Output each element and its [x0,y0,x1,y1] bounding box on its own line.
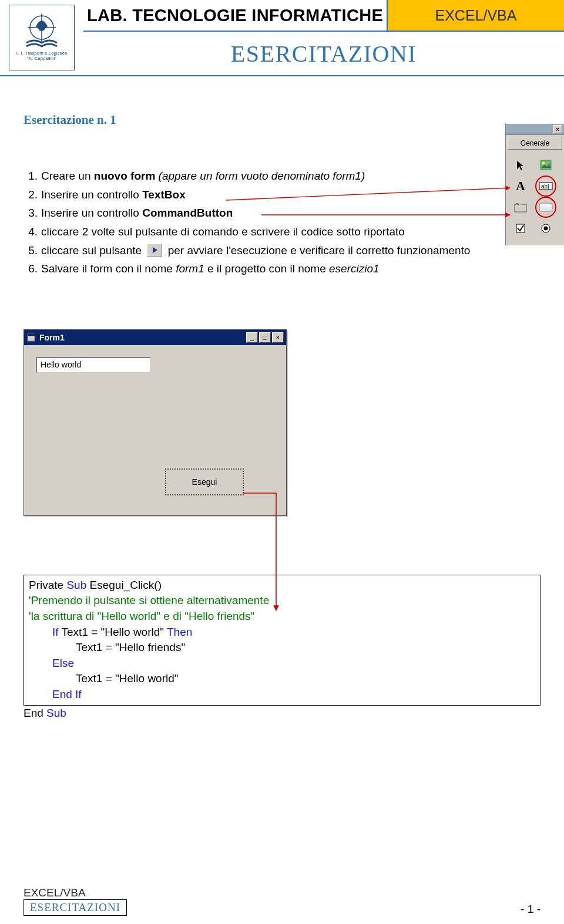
text-italic: form1 [176,262,204,275]
toolbox-titlebar: × [506,123,564,135]
document-footer: EXCEL/VBA ESERCITAZIONI - 1 - [24,886,540,916]
step-list: 1. Creare un nuovo form (appare un form … [24,168,540,276]
minimize-button[interactable]: _ [246,332,258,343]
code-keyword: Else [29,656,535,672]
text: e il progetto con il nome [204,262,329,275]
textbox-text1[interactable]: Hello world [36,357,151,373]
logo-caption-1: I. T. Trasporti e Logistica [16,50,68,56]
code-text: Private [29,579,66,591]
checkbox-tool-icon[interactable] [512,220,529,237]
exercise-heading: Esercitazione n. 1 [24,113,540,127]
text-italic: esercizio1 [329,262,380,275]
step-number: 1. [24,168,41,184]
code-line: Text1 = "Hello world" [29,671,535,687]
text: Salvare il form con il nome [41,262,176,275]
toolbox-panel: × Generale A ab| xv [505,123,564,245]
document-title: LAB. TECNOLOGIE INFORMATICHE [83,0,387,32]
school-logo: I. T. Trasporti e Logistica "A. Cappelli… [9,5,75,70]
code-text: End [24,707,46,719]
form-screenshot: Form1 _ □ × Hello world Esegui [24,329,540,516]
form-icon [26,333,36,342]
run-icon [147,244,162,257]
code-keyword: End If [29,687,535,703]
step-3: 3. Inserire un controllo CommandButton [24,205,540,221]
text-bold: CommandButton [142,207,233,219]
code-comment: 'la scrittura di "Hello world" e di "Hel… [29,609,535,625]
text: Inserire un controllo [41,188,142,201]
step-number: 4. [24,224,41,240]
footer-subtitle: ESERCITAZIONI [24,899,127,916]
esegui-button[interactable]: Esegui [165,468,244,495]
picturebox-tool-icon[interactable] [537,156,555,174]
maximize-button[interactable]: □ [259,332,271,343]
step-number: 2. [24,187,41,203]
document-header: I. T. Trasporti e Logistica "A. Cappelli… [0,0,564,76]
pointer-tool-icon[interactable] [512,156,529,174]
step-4: 4. cliccare 2 volte sul pulsante di coma… [24,224,540,240]
step-text: Creare un nuovo form (appare un form vuo… [41,168,540,184]
code-line: If Text1 = "Hello world" Then [29,625,535,640]
code-keyword: Sub [66,579,86,591]
step-1: 1. Creare un nuovo form (appare un form … [24,168,540,184]
step-text: Inserire un controllo CommandButton [41,205,540,221]
code-comment: 'Premendo il pulsante si ottiene alterna… [29,593,535,609]
text-bold: nuovo form [94,170,156,182]
vb-form-body: Hello world Esegui [24,345,286,515]
step-6: 6. Salvare il form con il nome form1 e i… [24,261,540,276]
topic-badge: EXCEL/VBA [387,0,564,32]
text: per avviare l'esecuzione e verificare il… [164,244,470,257]
logo-cell: I. T. Trasporti e Logistica "A. Cappelli… [0,0,83,75]
svg-point-7 [542,162,545,165]
step-text: Inserire un controllo TextBox [41,187,540,203]
code-line-endsub: End Sub [24,707,540,720]
svg-rect-14 [540,204,552,207]
code-keyword: If [52,626,59,638]
logo-caption-2: "A. Cappellini" [27,56,57,61]
code-text: Esegui_Click() [86,579,162,591]
frame-tool-icon[interactable]: xv [512,198,529,216]
code-keyword: Sub [46,707,66,719]
text: cliccare sul pulsante [41,244,145,257]
document-subtitle: ESERCITAZIONI [83,32,564,75]
close-button[interactable]: × [272,332,284,343]
code-line: Private Sub Esegui_Click() [29,578,535,593]
step-text: Salvare il form con il nome form1 e il p… [41,261,540,276]
code-text: Text1 = "Hello world" [59,626,167,638]
text: cliccare 2 volte sul pulsante di comando… [41,225,405,238]
code-line: Text1 = "Hello friends" [29,640,535,656]
vb-title-text: Form1 [39,333,65,342]
label-tool-icon[interactable]: A [512,177,529,195]
step-number: 5. [24,243,41,258]
text-italic: (appare un form vuoto denominato form1) [159,170,365,182]
toolbox-tab-general[interactable]: Generale [508,137,562,150]
vb-titlebar: Form1 _ □ × [24,330,286,345]
page-number: - 1 - [521,903,540,916]
step-number: 6. [24,261,41,276]
code-block: Private Sub Esegui_Click() 'Premendo il … [24,575,540,706]
textbox-tool-icon[interactable]: ab| [537,177,555,195]
commandbutton-tool-icon[interactable] [537,198,555,216]
vb-window: Form1 _ □ × Hello world Esegui [24,329,287,516]
step-number: 3. [24,205,41,221]
code-keyword: Then [167,626,192,638]
text-bold: TextBox [142,188,186,201]
step-5: 5. cliccare sul pulsante per avviare l'e… [24,243,540,258]
footer-topic: EXCEL/VBA [24,886,127,899]
step-text: cliccare sul pulsante per avviare l'esec… [41,243,540,258]
svg-text:xv: xv [516,202,520,205]
text: Creare un [41,170,94,182]
toolbox-close-icon[interactable]: × [553,125,562,133]
svg-point-17 [543,227,548,231]
optionbutton-tool-icon[interactable] [537,220,555,237]
svg-rect-5 [28,334,35,336]
svg-text:ab|: ab| [541,183,549,190]
step-text: cliccare 2 volte sul pulsante di comando… [41,224,540,240]
text: Inserire un controllo [41,207,142,219]
step-2: 2. Inserire un controllo TextBox [24,187,540,203]
